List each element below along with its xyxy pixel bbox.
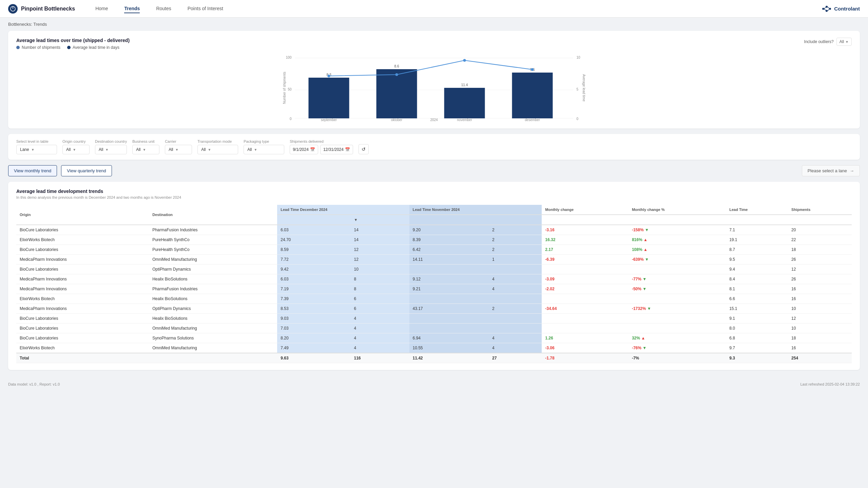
view-quarterly-button[interactable]: View quarterly trend — [61, 165, 112, 176]
lead-time-point-nov — [463, 59, 466, 62]
cell-ship-dec: 12 — [350, 245, 409, 255]
cell-total-ship-nov: 27 — [489, 353, 542, 363]
svg-text:50: 50 — [288, 87, 292, 91]
cell-lt: 6.6 — [726, 294, 788, 304]
date-from-input[interactable]: 9/1/2024 📅 — [290, 145, 318, 154]
cell-lt-nov: 9.21 — [409, 284, 489, 294]
cell-lt-nov: 9.12 — [409, 274, 489, 284]
breadcrumb: Bottlenecks: Trends — [0, 18, 868, 31]
table-row: BioCure Laboratories PharmaFusion Indust… — [16, 225, 852, 235]
svg-text:100: 100 — [286, 56, 292, 59]
table-title: Average lead time development trends — [16, 189, 852, 194]
filters-card: Select level in table Lane ▼ Origin coun… — [8, 134, 860, 160]
cell-lt: 6.8 — [726, 333, 788, 343]
col-origin: Origin — [16, 205, 149, 225]
col-lt-nov-sub — [409, 215, 489, 225]
col-lead-time-nov-header: Lead Time November 2024 — [409, 205, 542, 215]
level-select[interactable]: Lane ▼ — [16, 145, 57, 154]
packaging-select[interactable]: All ▼ — [244, 145, 284, 154]
cell-ship: 26 — [788, 274, 852, 284]
nav-trends[interactable]: Trends — [124, 4, 140, 13]
table-row: BioCure Laboratories PureHealth SynthCo … — [16, 245, 852, 255]
calendar-icon: 📅 — [345, 147, 350, 152]
svg-text:2024: 2024 — [430, 118, 438, 122]
cell-ship-nov — [489, 314, 542, 324]
svg-text:Average lead time: Average lead time — [582, 74, 586, 102]
cell-lt-dec: 6.03 — [277, 274, 350, 284]
business-unit-select[interactable]: All ▼ — [132, 145, 159, 154]
chevron-down-icon: ▼ — [845, 40, 849, 44]
cell-ship: 12 — [788, 265, 852, 274]
cell-monthly-change-pct — [629, 265, 726, 274]
chart-title-area: Average lead times over time (shipped - … — [16, 38, 130, 50]
cell-lt: 15.1 — [726, 304, 788, 314]
select-lane-button[interactable]: Please select a lane → — [802, 165, 860, 176]
col-monthly-change-pct: Monthly change % — [629, 205, 726, 215]
cell-lt: 8.7 — [726, 245, 788, 255]
refresh-button[interactable]: ↺ — [359, 144, 369, 154]
view-monthly-button[interactable]: View monthly trend — [8, 165, 57, 176]
cell-origin: BioCure Laboratories — [16, 333, 149, 343]
cell-total-label: Total — [16, 353, 149, 363]
destination-select[interactable]: All ▼ — [95, 145, 127, 154]
cell-ship: 20 — [788, 225, 852, 235]
cell-total-ship-dec: 116 — [350, 353, 409, 363]
cell-origin: MedicaPharm Innovations — [16, 274, 149, 284]
lead-time-line — [329, 60, 533, 76]
nav-points-of-interest[interactable]: Points of Interest — [188, 4, 223, 13]
cell-lt: 19.1 — [726, 235, 788, 245]
cell-origin: ElixirWorks Biotech — [16, 235, 149, 245]
cell-lt-dec: 9.42 — [277, 265, 350, 274]
nav-home[interactable]: Home — [95, 4, 108, 13]
legend-shipments-dot — [16, 46, 20, 49]
table-row: ElixirWorks Biotech Healix BioSolutions … — [16, 294, 852, 304]
cell-monthly-change-pct: -639% ▼ — [629, 255, 726, 265]
cell-origin: BioCure Laboratories — [16, 225, 149, 235]
origin-select[interactable]: All ▼ — [62, 145, 90, 154]
footer-model: Data model: v1.0 , Report: v1.0 — [8, 382, 60, 386]
legend-lead-time-dot — [67, 46, 71, 49]
col-shipments: Shipments — [788, 205, 852, 215]
cell-ship-nov — [489, 294, 542, 304]
cell-ship-dec: 6 — [350, 294, 409, 304]
transport-select[interactable]: All ▼ — [197, 145, 238, 154]
legend-lead-time: Average lead time in days — [67, 45, 119, 50]
brand-icon — [822, 5, 831, 12]
cell-destination: OmniMed Manufacturing — [149, 255, 277, 265]
cell-ship-dec: 8 — [350, 274, 409, 284]
cell-monthly-change: 16.32 — [542, 235, 629, 245]
cell-ship: 10 — [788, 324, 852, 333]
cell-total-lt-dec: 9.63 — [277, 353, 350, 363]
svg-text:Number of shipments: Number of shipments — [283, 72, 286, 104]
table-row: MedicaPharm Innovations OmniMed Manufact… — [16, 255, 852, 265]
cell-lt-nov: 8.39 — [409, 235, 489, 245]
cell-lt: 7.1 — [726, 225, 788, 235]
cell-ship-dec: 14 — [350, 225, 409, 235]
cell-ship-nov — [489, 324, 542, 333]
nav-routes[interactable]: Routes — [156, 4, 171, 13]
cell-ship-nov: 4 — [489, 284, 542, 294]
outliers-select[interactable]: All ▼ — [836, 38, 852, 46]
cell-total-empty — [149, 353, 277, 363]
svg-text:10: 10 — [577, 56, 581, 59]
cell-origin: BioCure Laboratories — [16, 265, 149, 274]
table-subtitle: In this demo analysis the previous month… — [16, 195, 852, 199]
date-to-input[interactable]: 12/31/2024 📅 — [320, 145, 353, 154]
col-lt-dec-sub — [277, 215, 350, 225]
bar-oktober — [377, 69, 417, 118]
cell-ship: 16 — [788, 284, 852, 294]
svg-point-4 — [826, 10, 828, 12]
cell-monthly-change-pct: -50% ▼ — [629, 284, 726, 294]
cell-ship-dec: 4 — [350, 343, 409, 353]
cell-lt-nov: 9.20 — [409, 225, 489, 235]
carrier-select[interactable]: All ▼ — [165, 145, 192, 154]
svg-point-2 — [822, 8, 824, 10]
cell-ship: 12 — [788, 314, 852, 324]
carrier-filter: Carrier All ▼ — [165, 139, 192, 154]
cell-lt-nov — [409, 314, 489, 324]
cell-total-m-change: -1.78 — [542, 353, 629, 363]
svg-text:september: september — [321, 118, 337, 122]
main-content: Average lead times over time (shipped - … — [0, 31, 868, 378]
cell-monthly-change — [542, 314, 629, 324]
cell-lt: 8.1 — [726, 284, 788, 294]
